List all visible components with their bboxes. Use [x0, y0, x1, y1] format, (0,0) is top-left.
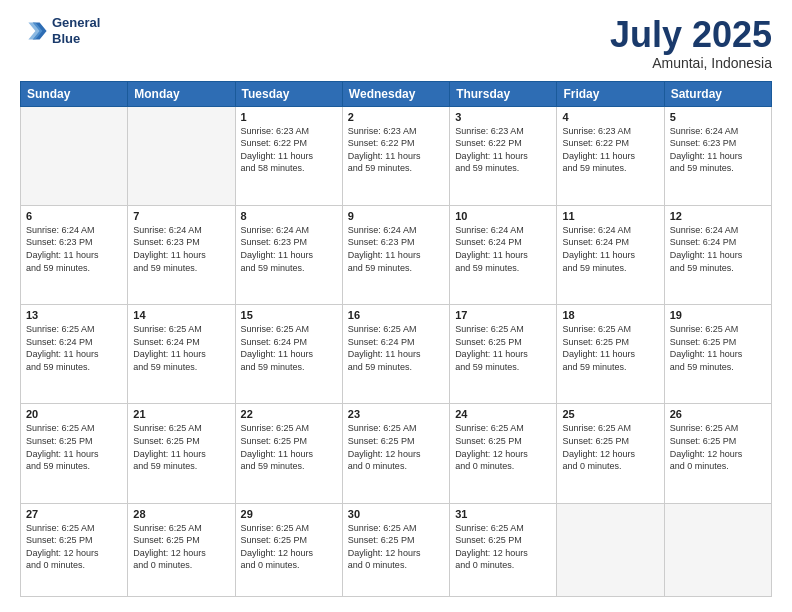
day-info: Sunrise: 6:25 AM Sunset: 6:25 PM Dayligh… [348, 422, 444, 472]
day-info: Sunrise: 6:25 AM Sunset: 6:24 PM Dayligh… [133, 323, 229, 373]
day-info: Sunrise: 6:25 AM Sunset: 6:25 PM Dayligh… [562, 422, 658, 472]
day-info: Sunrise: 6:25 AM Sunset: 6:25 PM Dayligh… [455, 323, 551, 373]
day-number: 14 [133, 309, 229, 321]
calendar-cell: 18Sunrise: 6:25 AM Sunset: 6:25 PM Dayli… [557, 305, 664, 404]
day-number: 18 [562, 309, 658, 321]
calendar-cell: 31Sunrise: 6:25 AM Sunset: 6:25 PM Dayli… [450, 503, 557, 596]
day-info: Sunrise: 6:25 AM Sunset: 6:24 PM Dayligh… [348, 323, 444, 373]
day-number: 7 [133, 210, 229, 222]
calendar-cell: 17Sunrise: 6:25 AM Sunset: 6:25 PM Dayli… [450, 305, 557, 404]
calendar-cell: 22Sunrise: 6:25 AM Sunset: 6:25 PM Dayli… [235, 404, 342, 503]
calendar-cell: 7Sunrise: 6:24 AM Sunset: 6:23 PM Daylig… [128, 205, 235, 304]
day-info: Sunrise: 6:23 AM Sunset: 6:22 PM Dayligh… [348, 125, 444, 175]
day-number: 20 [26, 408, 122, 420]
column-header-saturday: Saturday [664, 81, 771, 106]
day-info: Sunrise: 6:24 AM Sunset: 6:23 PM Dayligh… [348, 224, 444, 274]
calendar-cell: 23Sunrise: 6:25 AM Sunset: 6:25 PM Dayli… [342, 404, 449, 503]
calendar-cell [557, 503, 664, 596]
subtitle: Amuntai, Indonesia [610, 55, 772, 71]
day-number: 26 [670, 408, 766, 420]
day-number: 9 [348, 210, 444, 222]
calendar-cell: 14Sunrise: 6:25 AM Sunset: 6:24 PM Dayli… [128, 305, 235, 404]
day-info: Sunrise: 6:25 AM Sunset: 6:25 PM Dayligh… [348, 522, 444, 572]
day-number: 19 [670, 309, 766, 321]
day-number: 23 [348, 408, 444, 420]
calendar-cell: 24Sunrise: 6:25 AM Sunset: 6:25 PM Dayli… [450, 404, 557, 503]
calendar-cell: 21Sunrise: 6:25 AM Sunset: 6:25 PM Dayli… [128, 404, 235, 503]
day-number: 16 [348, 309, 444, 321]
column-header-monday: Monday [128, 81, 235, 106]
title-block: July 2025 Amuntai, Indonesia [610, 15, 772, 71]
day-info: Sunrise: 6:23 AM Sunset: 6:22 PM Dayligh… [241, 125, 337, 175]
day-info: Sunrise: 6:25 AM Sunset: 6:25 PM Dayligh… [241, 422, 337, 472]
day-number: 31 [455, 508, 551, 520]
calendar-cell: 1Sunrise: 6:23 AM Sunset: 6:22 PM Daylig… [235, 106, 342, 205]
calendar-week-2: 6Sunrise: 6:24 AM Sunset: 6:23 PM Daylig… [21, 205, 772, 304]
calendar-cell: 6Sunrise: 6:24 AM Sunset: 6:23 PM Daylig… [21, 205, 128, 304]
day-number: 25 [562, 408, 658, 420]
day-info: Sunrise: 6:25 AM Sunset: 6:25 PM Dayligh… [455, 422, 551, 472]
calendar-cell: 12Sunrise: 6:24 AM Sunset: 6:24 PM Dayli… [664, 205, 771, 304]
logo-icon [20, 17, 48, 45]
day-number: 24 [455, 408, 551, 420]
day-number: 29 [241, 508, 337, 520]
day-info: Sunrise: 6:24 AM Sunset: 6:23 PM Dayligh… [241, 224, 337, 274]
day-info: Sunrise: 6:24 AM Sunset: 6:23 PM Dayligh… [133, 224, 229, 274]
page: General Blue July 2025 Amuntai, Indonesi… [0, 0, 792, 612]
calendar-cell [664, 503, 771, 596]
calendar-cell: 26Sunrise: 6:25 AM Sunset: 6:25 PM Dayli… [664, 404, 771, 503]
day-info: Sunrise: 6:24 AM Sunset: 6:24 PM Dayligh… [670, 224, 766, 274]
calendar-cell: 20Sunrise: 6:25 AM Sunset: 6:25 PM Dayli… [21, 404, 128, 503]
day-info: Sunrise: 6:25 AM Sunset: 6:24 PM Dayligh… [241, 323, 337, 373]
day-number: 10 [455, 210, 551, 222]
day-info: Sunrise: 6:25 AM Sunset: 6:25 PM Dayligh… [26, 422, 122, 472]
calendar-cell: 25Sunrise: 6:25 AM Sunset: 6:25 PM Dayli… [557, 404, 664, 503]
day-number: 28 [133, 508, 229, 520]
calendar-table: SundayMondayTuesdayWednesdayThursdayFrid… [20, 81, 772, 597]
day-info: Sunrise: 6:23 AM Sunset: 6:22 PM Dayligh… [455, 125, 551, 175]
day-number: 22 [241, 408, 337, 420]
calendar-week-4: 20Sunrise: 6:25 AM Sunset: 6:25 PM Dayli… [21, 404, 772, 503]
calendar-cell [128, 106, 235, 205]
day-number: 17 [455, 309, 551, 321]
day-number: 12 [670, 210, 766, 222]
column-header-thursday: Thursday [450, 81, 557, 106]
day-info: Sunrise: 6:25 AM Sunset: 6:24 PM Dayligh… [26, 323, 122, 373]
day-info: Sunrise: 6:25 AM Sunset: 6:25 PM Dayligh… [670, 323, 766, 373]
calendar-cell: 2Sunrise: 6:23 AM Sunset: 6:22 PM Daylig… [342, 106, 449, 205]
day-info: Sunrise: 6:25 AM Sunset: 6:25 PM Dayligh… [26, 522, 122, 572]
calendar-cell: 13Sunrise: 6:25 AM Sunset: 6:24 PM Dayli… [21, 305, 128, 404]
calendar-cell: 10Sunrise: 6:24 AM Sunset: 6:24 PM Dayli… [450, 205, 557, 304]
day-number: 30 [348, 508, 444, 520]
calendar-header-row: SundayMondayTuesdayWednesdayThursdayFrid… [21, 81, 772, 106]
day-number: 11 [562, 210, 658, 222]
calendar-cell: 30Sunrise: 6:25 AM Sunset: 6:25 PM Dayli… [342, 503, 449, 596]
day-number: 1 [241, 111, 337, 123]
logo: General Blue [20, 15, 100, 46]
day-number: 6 [26, 210, 122, 222]
day-number: 15 [241, 309, 337, 321]
calendar-cell: 19Sunrise: 6:25 AM Sunset: 6:25 PM Dayli… [664, 305, 771, 404]
day-number: 27 [26, 508, 122, 520]
day-number: 2 [348, 111, 444, 123]
day-number: 5 [670, 111, 766, 123]
day-info: Sunrise: 6:25 AM Sunset: 6:25 PM Dayligh… [455, 522, 551, 572]
calendar-cell: 16Sunrise: 6:25 AM Sunset: 6:24 PM Dayli… [342, 305, 449, 404]
day-info: Sunrise: 6:24 AM Sunset: 6:23 PM Dayligh… [670, 125, 766, 175]
calendar-week-5: 27Sunrise: 6:25 AM Sunset: 6:25 PM Dayli… [21, 503, 772, 596]
day-info: Sunrise: 6:25 AM Sunset: 6:25 PM Dayligh… [562, 323, 658, 373]
day-info: Sunrise: 6:25 AM Sunset: 6:25 PM Dayligh… [670, 422, 766, 472]
day-info: Sunrise: 6:25 AM Sunset: 6:25 PM Dayligh… [133, 522, 229, 572]
calendar-week-3: 13Sunrise: 6:25 AM Sunset: 6:24 PM Dayli… [21, 305, 772, 404]
day-number: 8 [241, 210, 337, 222]
calendar-cell: 8Sunrise: 6:24 AM Sunset: 6:23 PM Daylig… [235, 205, 342, 304]
calendar-cell: 5Sunrise: 6:24 AM Sunset: 6:23 PM Daylig… [664, 106, 771, 205]
day-number: 21 [133, 408, 229, 420]
day-info: Sunrise: 6:25 AM Sunset: 6:25 PM Dayligh… [133, 422, 229, 472]
calendar-cell: 3Sunrise: 6:23 AM Sunset: 6:22 PM Daylig… [450, 106, 557, 205]
day-number: 4 [562, 111, 658, 123]
day-info: Sunrise: 6:25 AM Sunset: 6:25 PM Dayligh… [241, 522, 337, 572]
column-header-tuesday: Tuesday [235, 81, 342, 106]
column-header-sunday: Sunday [21, 81, 128, 106]
day-number: 13 [26, 309, 122, 321]
